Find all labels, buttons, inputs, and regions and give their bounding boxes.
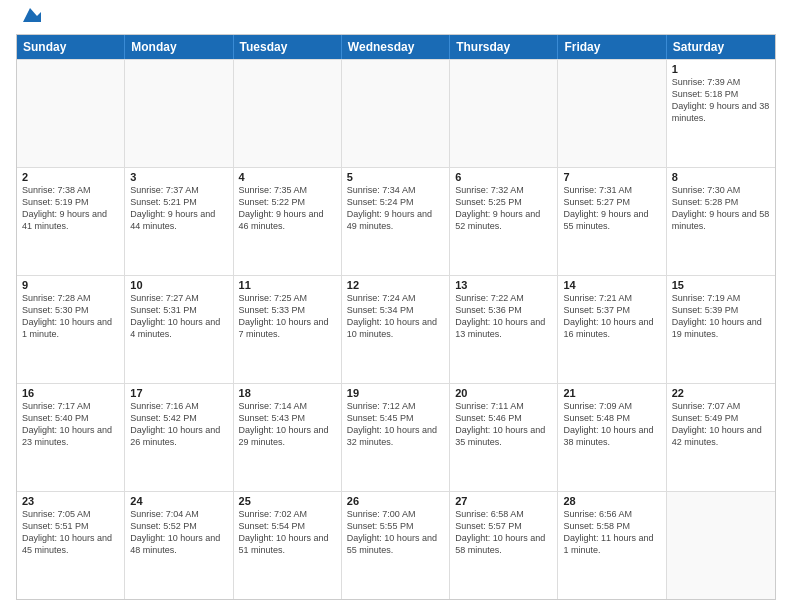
day-info: Sunrise: 7:22 AM Sunset: 5:36 PM Dayligh…: [455, 292, 552, 341]
day-number: 7: [563, 171, 660, 183]
calendar-header: SundayMondayTuesdayWednesdayThursdayFrid…: [17, 35, 775, 59]
day-info: Sunrise: 7:07 AM Sunset: 5:49 PM Dayligh…: [672, 400, 770, 449]
calendar-cell: 24Sunrise: 7:04 AM Sunset: 5:52 PM Dayli…: [125, 492, 233, 599]
weekday-header: Friday: [558, 35, 666, 59]
day-number: 16: [22, 387, 119, 399]
calendar-cell: 6Sunrise: 7:32 AM Sunset: 5:25 PM Daylig…: [450, 168, 558, 275]
logo-icon: [19, 4, 41, 26]
calendar-row: 9Sunrise: 7:28 AM Sunset: 5:30 PM Daylig…: [17, 275, 775, 383]
day-info: Sunrise: 7:35 AM Sunset: 5:22 PM Dayligh…: [239, 184, 336, 233]
calendar-row: 16Sunrise: 7:17 AM Sunset: 5:40 PM Dayli…: [17, 383, 775, 491]
calendar-row: 2Sunrise: 7:38 AM Sunset: 5:19 PM Daylig…: [17, 167, 775, 275]
weekday-header: Tuesday: [234, 35, 342, 59]
day-info: Sunrise: 7:14 AM Sunset: 5:43 PM Dayligh…: [239, 400, 336, 449]
calendar-cell: [234, 60, 342, 167]
calendar-cell: 25Sunrise: 7:02 AM Sunset: 5:54 PM Dayli…: [234, 492, 342, 599]
day-info: Sunrise: 6:56 AM Sunset: 5:58 PM Dayligh…: [563, 508, 660, 557]
day-number: 3: [130, 171, 227, 183]
calendar-cell: 1Sunrise: 7:39 AM Sunset: 5:18 PM Daylig…: [667, 60, 775, 167]
day-number: 22: [672, 387, 770, 399]
day-info: Sunrise: 7:16 AM Sunset: 5:42 PM Dayligh…: [130, 400, 227, 449]
day-number: 21: [563, 387, 660, 399]
calendar: SundayMondayTuesdayWednesdayThursdayFrid…: [16, 34, 776, 600]
weekday-header: Thursday: [450, 35, 558, 59]
day-number: 10: [130, 279, 227, 291]
day-number: 6: [455, 171, 552, 183]
weekday-header: Sunday: [17, 35, 125, 59]
calendar-cell: 5Sunrise: 7:34 AM Sunset: 5:24 PM Daylig…: [342, 168, 450, 275]
day-number: 24: [130, 495, 227, 507]
calendar-cell: [342, 60, 450, 167]
day-number: 15: [672, 279, 770, 291]
day-number: 1: [672, 63, 770, 75]
calendar-cell: [17, 60, 125, 167]
day-info: Sunrise: 7:30 AM Sunset: 5:28 PM Dayligh…: [672, 184, 770, 233]
day-info: Sunrise: 7:09 AM Sunset: 5:48 PM Dayligh…: [563, 400, 660, 449]
svg-marker-0: [23, 8, 41, 22]
day-info: Sunrise: 7:24 AM Sunset: 5:34 PM Dayligh…: [347, 292, 444, 341]
day-number: 13: [455, 279, 552, 291]
calendar-cell: 2Sunrise: 7:38 AM Sunset: 5:19 PM Daylig…: [17, 168, 125, 275]
day-number: 5: [347, 171, 444, 183]
calendar-cell: 20Sunrise: 7:11 AM Sunset: 5:46 PM Dayli…: [450, 384, 558, 491]
calendar-cell: 10Sunrise: 7:27 AM Sunset: 5:31 PM Dayli…: [125, 276, 233, 383]
logo: [16, 16, 41, 26]
day-info: Sunrise: 7:11 AM Sunset: 5:46 PM Dayligh…: [455, 400, 552, 449]
calendar-cell: 17Sunrise: 7:16 AM Sunset: 5:42 PM Dayli…: [125, 384, 233, 491]
calendar-cell: 14Sunrise: 7:21 AM Sunset: 5:37 PM Dayli…: [558, 276, 666, 383]
day-info: Sunrise: 7:28 AM Sunset: 5:30 PM Dayligh…: [22, 292, 119, 341]
day-number: 11: [239, 279, 336, 291]
calendar-cell: 28Sunrise: 6:56 AM Sunset: 5:58 PM Dayli…: [558, 492, 666, 599]
day-info: Sunrise: 7:19 AM Sunset: 5:39 PM Dayligh…: [672, 292, 770, 341]
day-info: Sunrise: 7:17 AM Sunset: 5:40 PM Dayligh…: [22, 400, 119, 449]
day-info: Sunrise: 7:32 AM Sunset: 5:25 PM Dayligh…: [455, 184, 552, 233]
calendar-row: 1Sunrise: 7:39 AM Sunset: 5:18 PM Daylig…: [17, 59, 775, 167]
calendar-cell: 21Sunrise: 7:09 AM Sunset: 5:48 PM Dayli…: [558, 384, 666, 491]
day-info: Sunrise: 7:02 AM Sunset: 5:54 PM Dayligh…: [239, 508, 336, 557]
day-number: 28: [563, 495, 660, 507]
calendar-cell: 13Sunrise: 7:22 AM Sunset: 5:36 PM Dayli…: [450, 276, 558, 383]
calendar-cell: 3Sunrise: 7:37 AM Sunset: 5:21 PM Daylig…: [125, 168, 233, 275]
calendar-cell: 8Sunrise: 7:30 AM Sunset: 5:28 PM Daylig…: [667, 168, 775, 275]
day-number: 12: [347, 279, 444, 291]
day-info: Sunrise: 7:39 AM Sunset: 5:18 PM Dayligh…: [672, 76, 770, 125]
day-number: 9: [22, 279, 119, 291]
calendar-cell: 22Sunrise: 7:07 AM Sunset: 5:49 PM Dayli…: [667, 384, 775, 491]
day-number: 26: [347, 495, 444, 507]
calendar-cell: 27Sunrise: 6:58 AM Sunset: 5:57 PM Dayli…: [450, 492, 558, 599]
calendar-cell: 7Sunrise: 7:31 AM Sunset: 5:27 PM Daylig…: [558, 168, 666, 275]
calendar-cell: [450, 60, 558, 167]
calendar-cell: [125, 60, 233, 167]
day-number: 14: [563, 279, 660, 291]
calendar-cell: 12Sunrise: 7:24 AM Sunset: 5:34 PM Dayli…: [342, 276, 450, 383]
calendar-cell: 19Sunrise: 7:12 AM Sunset: 5:45 PM Dayli…: [342, 384, 450, 491]
calendar-cell: 23Sunrise: 7:05 AM Sunset: 5:51 PM Dayli…: [17, 492, 125, 599]
calendar-cell: 16Sunrise: 7:17 AM Sunset: 5:40 PM Dayli…: [17, 384, 125, 491]
day-info: Sunrise: 7:00 AM Sunset: 5:55 PM Dayligh…: [347, 508, 444, 557]
day-number: 2: [22, 171, 119, 183]
day-info: Sunrise: 7:05 AM Sunset: 5:51 PM Dayligh…: [22, 508, 119, 557]
day-number: 17: [130, 387, 227, 399]
day-number: 27: [455, 495, 552, 507]
day-number: 23: [22, 495, 119, 507]
day-info: Sunrise: 7:25 AM Sunset: 5:33 PM Dayligh…: [239, 292, 336, 341]
calendar-cell: 4Sunrise: 7:35 AM Sunset: 5:22 PM Daylig…: [234, 168, 342, 275]
day-info: Sunrise: 7:38 AM Sunset: 5:19 PM Dayligh…: [22, 184, 119, 233]
day-number: 4: [239, 171, 336, 183]
day-number: 19: [347, 387, 444, 399]
calendar-body: 1Sunrise: 7:39 AM Sunset: 5:18 PM Daylig…: [17, 59, 775, 599]
day-number: 25: [239, 495, 336, 507]
day-number: 8: [672, 171, 770, 183]
calendar-cell: 11Sunrise: 7:25 AM Sunset: 5:33 PM Dayli…: [234, 276, 342, 383]
weekday-header: Wednesday: [342, 35, 450, 59]
day-info: Sunrise: 7:12 AM Sunset: 5:45 PM Dayligh…: [347, 400, 444, 449]
day-info: Sunrise: 7:34 AM Sunset: 5:24 PM Dayligh…: [347, 184, 444, 233]
calendar-cell: 15Sunrise: 7:19 AM Sunset: 5:39 PM Dayli…: [667, 276, 775, 383]
day-number: 20: [455, 387, 552, 399]
calendar-row: 23Sunrise: 7:05 AM Sunset: 5:51 PM Dayli…: [17, 491, 775, 599]
calendar-cell: [667, 492, 775, 599]
weekday-header: Monday: [125, 35, 233, 59]
day-info: Sunrise: 7:37 AM Sunset: 5:21 PM Dayligh…: [130, 184, 227, 233]
calendar-cell: 26Sunrise: 7:00 AM Sunset: 5:55 PM Dayli…: [342, 492, 450, 599]
weekday-header: Saturday: [667, 35, 775, 59]
